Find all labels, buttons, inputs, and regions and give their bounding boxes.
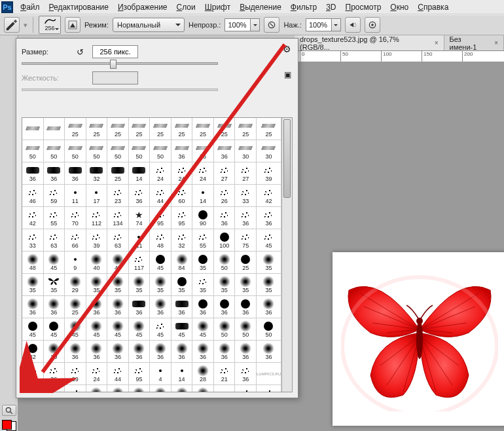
brush-preset[interactable]: 90: [192, 207, 214, 229]
brush-preset[interactable]: 59: [44, 185, 65, 207]
brush-preset[interactable]: 35: [235, 274, 257, 296]
brush-preset[interactable]: 44: [107, 363, 129, 385]
blend-mode-select[interactable]: Нормальный: [113, 18, 185, 32]
brush-preset[interactable]: 27: [235, 162, 257, 185]
brush-panel-toggle-icon[interactable]: [65, 17, 81, 33]
brush-preset[interactable]: 36: [171, 140, 193, 162]
pressure-opacity-icon[interactable]: [264, 17, 279, 33]
brush-preset[interactable]: 28: [192, 363, 214, 385]
brush-preset[interactable]: 4: [150, 363, 171, 385]
brush-preset[interactable]: 256: [22, 385, 44, 392]
brush-preset[interactable]: 39: [86, 229, 108, 252]
brush-preset[interactable]: 36: [214, 296, 236, 318]
brush-preset[interactable]: 36: [107, 296, 129, 318]
brush-preset[interactable]: 45: [257, 229, 281, 252]
brush-preset[interactable]: 25: [65, 296, 86, 318]
brush-preset[interactable]: 50: [44, 140, 65, 162]
brush-preset[interactable]: 95: [150, 207, 171, 229]
brush-preset[interactable]: 95: [171, 207, 193, 229]
brush-preset[interactable]: [44, 118, 65, 140]
brush-preset[interactable]: 25: [107, 118, 129, 140]
brush-tool-icon[interactable]: [4, 17, 20, 33]
brush-preset[interactable]: 14: [171, 363, 193, 385]
document-canvas[interactable]: [333, 252, 504, 426]
brush-preset[interactable]: 42: [22, 207, 44, 229]
brush-preset[interactable]: 25: [65, 118, 86, 140]
brush-preset[interactable]: 45: [22, 318, 44, 341]
brush-preset[interactable]: 36: [214, 140, 236, 162]
brush-preset[interactable]: 36: [192, 385, 214, 392]
brush-preset[interactable]: [44, 385, 65, 392]
brush-preset[interactable]: 45: [107, 252, 129, 274]
brush-preset[interactable]: 100: [214, 229, 236, 252]
brush-preset[interactable]: 36: [171, 341, 193, 363]
brush-preset[interactable]: 25: [171, 118, 193, 140]
menu-выделение[interactable]: Выделение: [235, 1, 286, 13]
brush-preset[interactable]: 25: [257, 118, 281, 140]
brush-preset[interactable]: 35: [150, 274, 171, 296]
size-input[interactable]: [92, 45, 138, 58]
brush-preset[interactable]: 35: [22, 274, 44, 296]
brush-preset[interactable]: 36: [65, 341, 86, 363]
menu-справка[interactable]: Справка: [413, 1, 453, 13]
brush-preset[interactable]: 35: [129, 274, 151, 296]
brush-preset[interactable]: 70: [65, 207, 86, 229]
brush-preset[interactable]: 32: [86, 162, 108, 185]
brush-preset[interactable]: 25: [214, 118, 236, 140]
brush-preset[interactable]: 36: [107, 385, 129, 392]
brush-preset[interactable]: 36: [171, 385, 193, 392]
panel-menu-icon[interactable]: ⚙: [283, 44, 291, 54]
document-tab[interactable]: Без имени-1×: [444, 35, 504, 50]
opacity-dropdown-icon[interactable]: [251, 18, 260, 31]
document-tab[interactable]: drops_texture523.jpg @ 16,7% (RGB/8...×: [295, 35, 444, 50]
brush-grid[interactable]: 2525252525252525252550505050505050363636…: [22, 118, 281, 392]
menu-шрифт[interactable]: Шрифт: [200, 1, 235, 13]
color-swatches[interactable]: [2, 420, 16, 431]
brush-preset[interactable]: 50: [22, 140, 44, 162]
brush-preset[interactable]: 36: [150, 341, 171, 363]
brush-preset[interactable]: 25: [235, 252, 257, 274]
brush-preset[interactable]: 32: [171, 229, 193, 252]
brush-preset[interactable]: 66: [65, 229, 86, 252]
brush-preset[interactable]: 25: [129, 118, 151, 140]
brush-preset[interactable]: 35: [192, 252, 214, 274]
brush-preset[interactable]: 36: [257, 296, 281, 318]
brush-preset[interactable]: 25: [235, 118, 257, 140]
brush-preset[interactable]: 20: [214, 385, 236, 392]
brush-preset[interactable]: 36: [192, 341, 214, 363]
brush-preset[interactable]: 36: [129, 296, 151, 318]
brush-preset[interactable]: 35: [107, 274, 129, 296]
brush-preset[interactable]: 35: [171, 274, 193, 296]
brush-preset[interactable]: 45: [44, 318, 65, 341]
zoom-tool-icon[interactable]: [2, 405, 16, 416]
brush-preset[interactable]: 36: [235, 341, 257, 363]
flow-field[interactable]: 100%: [306, 18, 332, 31]
brush-preset[interactable]: 36: [86, 385, 108, 392]
brush-preset[interactable]: 35: [214, 274, 236, 296]
brush-preset[interactable]: 36: [129, 185, 151, 207]
brush-preset[interactable]: 39: [257, 162, 281, 185]
brush-preset[interactable]: 608: [257, 385, 281, 392]
brush-preset[interactable]: [22, 118, 44, 140]
brush-preset[interactable]: 25: [150, 118, 171, 140]
brush-preset[interactable]: LUMPICS.RU: [257, 363, 281, 385]
brush-preset[interactable]: 36: [65, 385, 86, 392]
brush-preset[interactable]: 45: [65, 318, 86, 341]
brush-preset[interactable]: 20: [44, 341, 65, 363]
brush-preset-picker[interactable]: 256: [39, 16, 61, 34]
brush-preset[interactable]: 35: [192, 274, 214, 296]
brush-preset[interactable]: 36: [44, 363, 65, 385]
brush-preset[interactable]: 50: [150, 140, 171, 162]
brush-scrollbar[interactable]: [281, 118, 292, 392]
brush-preset[interactable]: 60: [171, 185, 193, 207]
brush-preset[interactable]: 45: [44, 252, 65, 274]
brush-preset[interactable]: 11: [65, 185, 86, 207]
brush-preset[interactable]: 36: [235, 363, 257, 385]
brush-preset[interactable]: 45: [150, 252, 171, 274]
brush-preset[interactable]: ★74: [129, 207, 151, 229]
brush-preset[interactable]: 75: [235, 229, 257, 252]
brush-preset[interactable]: 35: [257, 274, 281, 296]
brush-preset[interactable]: 36: [22, 296, 44, 318]
brush-preset[interactable]: 50: [214, 252, 236, 274]
brush-preset[interactable]: 33: [235, 185, 257, 207]
